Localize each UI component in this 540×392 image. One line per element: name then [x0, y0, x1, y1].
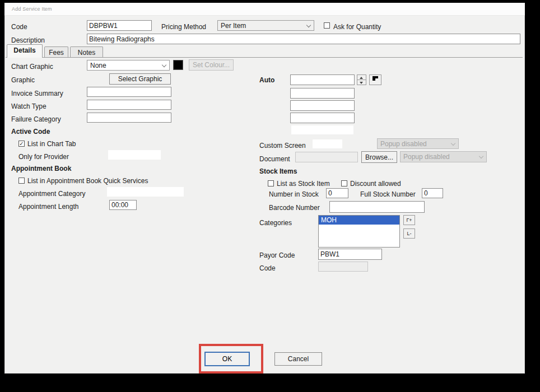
document-popup-select[interactable]: Popup disabled — [400, 151, 487, 162]
browse-button[interactable]: Browse... — [361, 151, 397, 163]
ok-button[interactable]: OK — [204, 352, 250, 366]
tab-details[interactable]: Details — [7, 44, 43, 58]
full-stock-number-label: Full Stock Number — [360, 190, 416, 198]
auto-input-2[interactable] — [290, 88, 355, 99]
arrow-up-icon — [360, 77, 363, 79]
description-input[interactable] — [87, 34, 520, 44]
custom-screen-popup-select[interactable]: Popup disabled — [377, 138, 459, 149]
cancel-button[interactable]: Cancel — [274, 352, 322, 366]
categories-listbox[interactable]: MOH — [318, 215, 400, 248]
pricing-method-value: Per Item — [221, 22, 246, 30]
chart-graphic-label: Chart Graphic — [11, 63, 53, 71]
tab-fees[interactable]: Fees — [44, 46, 68, 58]
arrow-down-icon — [360, 82, 363, 84]
chevron-down-icon — [451, 141, 455, 146]
colour-swatch — [173, 60, 183, 70]
payor-code-input[interactable] — [318, 249, 382, 260]
discount-allowed-label: Discount allowed — [350, 180, 401, 188]
barcode-number-label: Barcode Number — [269, 204, 320, 212]
appointment-length-label: Appointment Length — [18, 203, 78, 211]
code2-label: Code — [259, 264, 276, 272]
title-bar: Add Service Item — [4, 3, 525, 16]
window-title: Add Service Item — [12, 6, 52, 12]
pricing-method-label: Pricing Method — [161, 23, 206, 31]
description-label: Description — [11, 36, 45, 44]
pricing-method-select[interactable]: Per Item — [217, 20, 314, 31]
chart-graphic-value: None — [90, 62, 106, 69]
appointment-category-input[interactable] — [107, 187, 184, 197]
only-for-provider-label: Only for Provider — [18, 153, 69, 161]
chevron-down-icon — [479, 154, 483, 158]
list-as-stock-item-label: List as Stock Item — [277, 180, 330, 188]
document-label: Document — [259, 155, 290, 163]
invoice-summary-input[interactable] — [87, 87, 171, 97]
custom-screen-input[interactable] — [313, 139, 342, 148]
set-colour-button[interactable]: Set Colour... — [189, 59, 234, 71]
list-as-stock-item-checkbox[interactable] — [268, 180, 274, 186]
code-input[interactable] — [87, 20, 152, 31]
list-in-appointment-book-label: List in Appointment Book Quick Services — [27, 177, 148, 185]
number-in-stock-input[interactable] — [326, 188, 348, 198]
full-stock-number-input[interactable] — [422, 188, 443, 198]
black-chart-arrow-icon — [372, 76, 379, 81]
spinner-down-button[interactable] — [357, 80, 366, 85]
code2-input[interactable] — [318, 262, 368, 272]
discount-allowed-checkbox[interactable] — [341, 180, 347, 186]
custom-screen-popup-value: Popup disabled — [380, 140, 427, 148]
appointment-length-input[interactable] — [109, 200, 137, 210]
active-code-header: Active Code — [11, 128, 50, 136]
tab-notes-label: Notes — [78, 49, 95, 57]
list-in-chart-tab-label: List in Chart Tab — [27, 140, 76, 148]
category-remove-button[interactable]: L- — [403, 228, 415, 239]
tab-details-label: Details — [13, 46, 35, 54]
graphic-label: Graphic — [11, 76, 35, 84]
document-input[interactable] — [295, 152, 358, 162]
tab-strip-divider — [6, 57, 523, 58]
tab-notes[interactable]: Notes — [70, 46, 103, 58]
auto-input-4[interactable] — [290, 113, 355, 123]
list-in-chart-tab-checkbox[interactable] — [18, 141, 25, 147]
category-add-button[interactable]: Γ+ — [403, 215, 415, 225]
chart-graphic-select[interactable]: None — [87, 60, 170, 71]
auto-spinner[interactable] — [357, 74, 366, 85]
payor-code-label: Payor Code — [259, 251, 295, 259]
code-label: Code — [11, 23, 27, 31]
stock-items-header: Stock Items — [259, 167, 297, 175]
only-for-provider-input[interactable] — [108, 150, 161, 160]
auto-label: Auto — [259, 76, 274, 84]
number-in-stock-label: Number in Stock — [269, 190, 319, 198]
list-in-appointment-book-checkbox[interactable] — [18, 178, 25, 184]
watch-type-label: Watch Type — [11, 102, 46, 110]
chevron-down-icon — [162, 63, 166, 67]
document-popup-value: Popup disabled — [403, 153, 450, 161]
auto-chart-picker-button[interactable] — [369, 74, 381, 85]
categories-label: Categories — [259, 219, 292, 227]
failure-category-input[interactable] — [87, 113, 171, 123]
chevron-down-icon — [306, 23, 311, 27]
barcode-number-input[interactable] — [329, 201, 425, 213]
spinner-up-button[interactable] — [357, 74, 366, 80]
add-service-item-dialog: Add Service Item Code Pricing Method Per… — [4, 3, 525, 374]
ask-for-quantity-checkbox[interactable] — [324, 22, 330, 29]
auto-input-1[interactable] — [290, 74, 355, 85]
appointment-category-label: Appointment Category — [18, 190, 85, 198]
invoice-summary-label: Invoice Summary — [11, 90, 63, 97]
appointment-book-header: Appointment Book — [11, 165, 71, 172]
tab-fees-label: Fees — [49, 49, 64, 57]
ask-for-quantity-label: Ask for Quantity — [333, 23, 381, 31]
custom-screen-label: Custom Screen — [259, 142, 306, 150]
select-graphic-button[interactable]: Select Graphic — [109, 73, 171, 85]
category-list-item[interactable]: MOH — [319, 216, 399, 225]
auto-input-5[interactable] — [291, 125, 353, 134]
auto-input-3[interactable] — [290, 100, 355, 111]
watch-type-input[interactable] — [87, 100, 171, 110]
failure-category-label: Failure Category — [11, 115, 61, 123]
